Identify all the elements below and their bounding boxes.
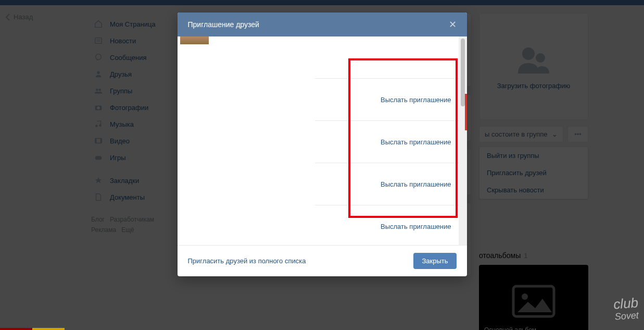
- friend-row: [315, 36, 467, 79]
- invite-friends-modal: Приглашение друзей ✕ Выслать приглашение…: [178, 13, 467, 276]
- close-button[interactable]: Закрыть: [413, 253, 456, 269]
- scroll-indicator: [465, 94, 467, 130]
- friend-row: Выслать приглашение: [315, 121, 467, 163]
- scrollbar[interactable]: [459, 36, 467, 245]
- friend-row: Выслать приглашение: [315, 163, 467, 205]
- modal-body: Выслать приглашение Выслать приглашение …: [178, 36, 467, 245]
- friend-row: Выслать приглашение: [315, 205, 467, 245]
- send-invite-link[interactable]: Выслать приглашение: [381, 96, 451, 104]
- send-invite-link[interactable]: Выслать приглашение: [381, 223, 451, 230]
- friend-row: Выслать приглашение: [315, 79, 467, 121]
- friend-avatar-partial: [180, 36, 209, 44]
- modal-overlay[interactable]: Приглашение друзей ✕ Выслать приглашение…: [0, 0, 644, 330]
- close-icon[interactable]: ✕: [449, 20, 457, 29]
- modal-title: Приглашение друзей: [188, 20, 259, 29]
- watermark: clubSovet: [613, 298, 640, 322]
- send-invite-link[interactable]: Выслать приглашение: [381, 180, 451, 188]
- send-invite-link[interactable]: Выслать приглашение: [381, 138, 451, 146]
- scrollbar-thumb[interactable]: [461, 39, 465, 106]
- invite-full-list-link[interactable]: Пригласить друзей из полного списка: [188, 257, 306, 265]
